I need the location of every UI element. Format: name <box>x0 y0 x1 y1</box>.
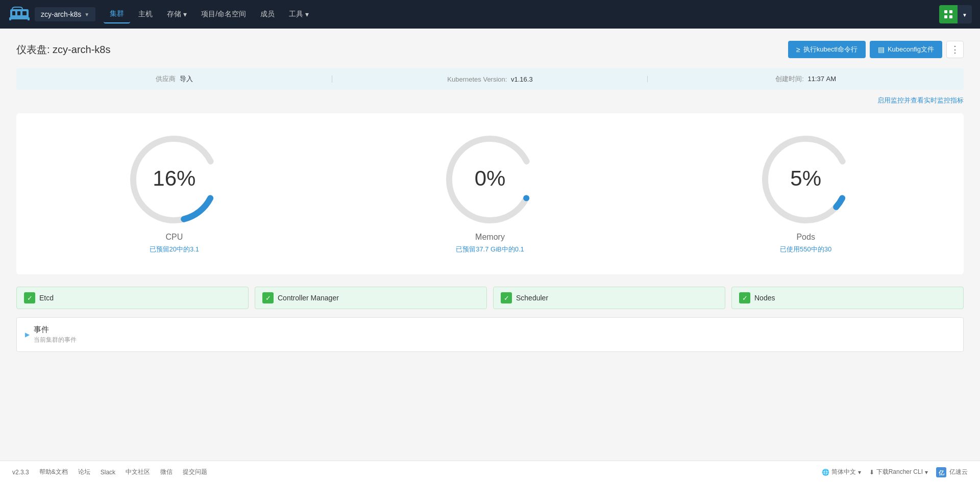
memory-gauge: 0% Memory 已预留37.7 GiB中的0.1 <box>439 129 541 254</box>
svg-rect-2 <box>17 11 20 15</box>
events-header[interactable]: ▶ 事件 当前集群的事件 <box>17 318 963 351</box>
storage-chevron-icon: ▾ <box>183 10 187 18</box>
memory-percent: 0% <box>475 166 506 191</box>
nav-members[interactable]: 成员 <box>254 6 281 23</box>
memory-gauge-wrap: 0% <box>439 129 541 231</box>
download-icon: ⬇ <box>869 469 874 476</box>
nav-cluster[interactable]: 集群 <box>104 5 130 23</box>
pods-percent: 5% <box>790 166 821 191</box>
main-content: 仪表盘: zcy-arch-k8s ≥ 执行kubectl命令行 ▤ Kubec… <box>0 29 980 461</box>
footer-issues-link[interactable]: 提交问题 <box>183 468 207 476</box>
svg-rect-3 <box>22 11 27 15</box>
tools-chevron-icon: ▾ <box>305 10 309 18</box>
nav-links: 集群 主机 存储 ▾ 项目/命名空间 成员 工具 ▾ <box>104 5 315 23</box>
monitoring-hint: 启用监控并查看实时监控指标 <box>16 96 964 105</box>
profile-icon-btn[interactable] <box>939 5 958 23</box>
kubeconfig-btn[interactable]: ▤ Kubeconfig文件 <box>870 41 942 58</box>
profile-dropdown-btn[interactable]: ▼ <box>958 5 972 23</box>
memory-gauge-center: 0% <box>475 166 506 191</box>
monitoring-link[interactable]: 启用监控并查看实时监控指标 <box>877 96 964 104</box>
cluster-chevron-icon: ▼ <box>84 12 89 17</box>
title-row: 仪表盘: zcy-arch-k8s ≥ 执行kubectl命令行 ▤ Kubec… <box>16 41 964 58</box>
nav-projects[interactable]: 项目/命名空间 <box>195 6 252 23</box>
cpu-sub: 已预留20中的3.1 <box>150 245 200 254</box>
nav-storage[interactable]: 存储 ▾ <box>161 6 193 23</box>
controller-check-icon: ✓ <box>262 292 274 303</box>
footer-forum-link[interactable]: 论坛 <box>78 468 90 476</box>
events-title-wrap: 事件 当前集群的事件 <box>34 325 77 344</box>
nodes-label: Nodes <box>754 294 775 302</box>
cluster-selector[interactable]: zcy-arch-k8s ▼ <box>35 7 95 21</box>
status-scheduler: ✓ Scheduler <box>493 287 725 309</box>
pods-label: Pods <box>796 233 815 242</box>
memory-sub: 已预留37.7 GiB中的0.1 <box>456 245 524 254</box>
svg-rect-1 <box>12 11 15 15</box>
cpu-gauge: 16% CPU 已预留20中的3.1 <box>123 129 225 254</box>
footer-wechat-link[interactable]: 微信 <box>160 468 173 476</box>
events-subtitle: 当前集群的事件 <box>34 336 77 344</box>
cpu-gauge-center: 16% <box>153 166 195 191</box>
pods-sub: 已使用550中的30 <box>780 245 831 254</box>
info-bar: 供应商 导入 Kubernetes Version: v1.16.3 创建时间:… <box>16 68 964 90</box>
top-navigation: zcy-arch-k8s ▼ 集群 主机 存储 ▾ 项目/命名空间 成员 工具 … <box>0 0 980 29</box>
pods-gauge-wrap: 5% <box>755 129 857 231</box>
footer-community-link[interactable]: 中文社区 <box>126 468 150 476</box>
svg-rect-9 <box>949 15 952 18</box>
nodes-check-icon: ✓ <box>739 292 750 303</box>
more-options-btn[interactable]: ⋮ <box>946 41 964 58</box>
controller-label: Controller Manager <box>278 294 339 302</box>
page-title: 仪表盘: zcy-arch-k8s <box>16 43 110 57</box>
provider-info: 供应商 导入 <box>16 74 332 84</box>
grid-icon <box>944 10 953 19</box>
nav-tools[interactable]: 工具 ▾ <box>283 6 315 23</box>
download-label: 下载Rancher CLI <box>876 468 923 476</box>
download-chevron-icon: ▾ <box>925 469 928 476</box>
cpu-label: CPU <box>165 233 183 242</box>
footer-left: v2.3.3 帮助&文档 论坛 Slack 中文社区 微信 提交问题 <box>12 468 207 476</box>
memory-label: Memory <box>475 233 505 242</box>
logo-icon <box>8 5 31 23</box>
profile-chevron-icon: ▼ <box>962 12 967 18</box>
globe-icon: 🌐 <box>822 469 829 476</box>
more-dots-icon: ⋮ <box>950 44 960 55</box>
svg-rect-8 <box>944 15 947 18</box>
status-etcd: ✓ Etcd <box>16 287 249 309</box>
nav-right: ▼ <box>939 5 972 23</box>
version-label: v2.3.3 <box>12 469 29 476</box>
brand-icon: 亿 <box>936 467 946 477</box>
events-title: 事件 <box>34 325 77 335</box>
cpu-percent: 16% <box>153 166 195 191</box>
language-chevron-icon: ▾ <box>858 469 861 476</box>
status-controller-manager: ✓ Controller Manager <box>255 287 487 309</box>
scheduler-check-icon: ✓ <box>501 292 512 303</box>
logo-area <box>8 5 31 23</box>
svg-text:亿: 亿 <box>938 470 945 476</box>
footer-help-link[interactable]: 帮助&文档 <box>39 468 68 476</box>
download-cli-btn[interactable]: ⬇ 下载Rancher CLI ▾ <box>869 468 928 476</box>
events-arrow-icon: ▶ <box>25 331 30 338</box>
terminal-icon: ≥ <box>796 45 800 54</box>
footer-brand: 亿 亿速云 <box>936 467 968 477</box>
footer: v2.3.3 帮助&文档 论坛 Slack 中文社区 微信 提交问题 🌐 简体中… <box>0 461 980 483</box>
gauges-row: 16% CPU 已预留20中的3.1 0% Memory 已预留37.7 GiB… <box>16 113 964 274</box>
language-selector[interactable]: 🌐 简体中文 ▾ <box>822 468 861 476</box>
svg-rect-4 <box>9 17 11 20</box>
svg-rect-7 <box>949 10 952 13</box>
k8s-version-info: Kubernetes Version: v1.16.3 <box>332 75 648 83</box>
file-icon: ▤ <box>878 45 885 54</box>
created-time-info: 创建时间: 11:37 AM <box>648 74 964 84</box>
svg-rect-5 <box>28 17 30 20</box>
status-row: ✓ Etcd ✓ Controller Manager ✓ Scheduler … <box>16 287 964 309</box>
svg-rect-6 <box>944 10 947 13</box>
kubectl-btn[interactable]: ≥ 执行kubectl命令行 <box>788 41 866 58</box>
scheduler-label: Scheduler <box>516 294 548 302</box>
pods-gauge: 5% Pods 已使用550中的30 <box>755 129 857 254</box>
etcd-label: Etcd <box>39 294 54 302</box>
footer-right: 🌐 简体中文 ▾ ⬇ 下载Rancher CLI ▾ 亿 亿速云 <box>822 467 968 477</box>
footer-slack-link[interactable]: Slack <box>101 469 115 476</box>
nav-host[interactable]: 主机 <box>132 6 159 23</box>
pods-gauge-center: 5% <box>790 166 821 191</box>
nav-left: zcy-arch-k8s ▼ 集群 主机 存储 ▾ 项目/命名空间 成员 工具 … <box>8 5 315 23</box>
etcd-check-icon: ✓ <box>24 292 35 303</box>
title-actions: ≥ 执行kubectl命令行 ▤ Kubeconfig文件 ⋮ <box>788 41 964 58</box>
